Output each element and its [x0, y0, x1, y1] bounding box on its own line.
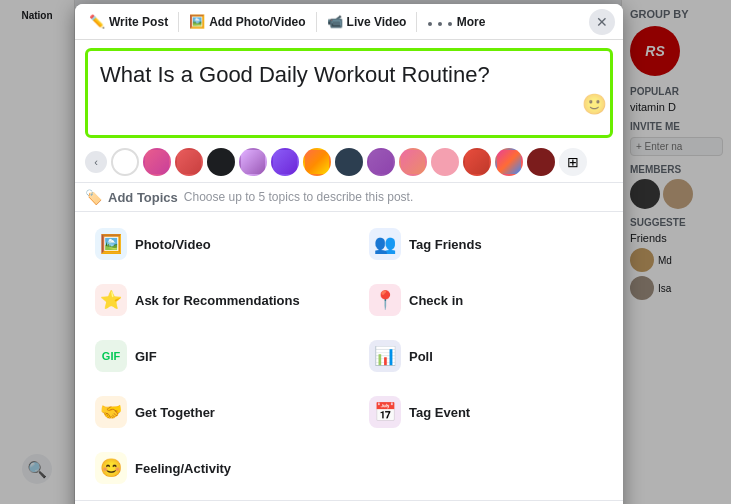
tag-event-icon: 📅: [369, 396, 401, 428]
live-video-label: Live Video: [347, 15, 407, 29]
gif-icon: GIF: [95, 340, 127, 372]
action-tag-event[interactable]: 📅 Tag Event: [355, 386, 617, 438]
feeling-label: Feeling/Activity: [135, 461, 231, 476]
tag-friends-label: Tag Friends: [409, 237, 482, 252]
video-icon: 📹: [327, 14, 343, 29]
bg-swatch-multicolor[interactable]: [495, 148, 523, 176]
live-video-button[interactable]: 📹 Live Video: [319, 10, 415, 33]
topics-hint: Choose up to 5 topics to describe this p…: [184, 190, 413, 204]
bg-swatch-gradient3[interactable]: [239, 148, 267, 176]
photo-video-label: Photo/Video: [135, 237, 211, 252]
bg-grid-button[interactable]: ⊞: [559, 148, 587, 176]
emoji-button[interactable]: 🙂: [582, 92, 607, 116]
recommend-label: Ask for Recommendations: [135, 293, 300, 308]
checkin-icon: 📍: [369, 284, 401, 316]
action-recommend[interactable]: ⭐ Ask for Recommendations: [81, 274, 343, 326]
pencil-icon: ✏️: [89, 14, 105, 29]
action-checkin[interactable]: 📍 Check in: [355, 274, 617, 326]
tag-event-label: Tag Event: [409, 405, 470, 420]
bg-swatch-gradient5[interactable]: [303, 148, 331, 176]
action-poll[interactable]: 📊 Poll: [355, 330, 617, 382]
action-photo-video[interactable]: 🖼️ Photo/Video: [81, 218, 343, 270]
get-together-icon: 🤝: [95, 396, 127, 428]
post-text-input[interactable]: What Is a Good Daily Workout Routine?: [85, 48, 613, 138]
write-post-label: Write Post: [109, 15, 168, 29]
toolbar-divider-2: [316, 12, 317, 32]
write-post-button[interactable]: ✏️ Write Post: [81, 10, 176, 33]
photo-video-icon: 🖼️: [95, 228, 127, 260]
post-text-content: What Is a Good Daily Workout Routine?: [100, 62, 490, 87]
photo-icon: 🖼️: [189, 14, 205, 29]
topics-icon: 🏷️: [85, 189, 102, 205]
toolbar-divider-3: [416, 12, 417, 32]
feeling-icon: 😊: [95, 452, 127, 484]
bg-swatch-gradient4[interactable]: [271, 148, 299, 176]
action-tag-friends[interactable]: 👥 Tag Friends: [355, 218, 617, 270]
modal-toolbar: ✏️ Write Post 🖼️ Add Photo/Video 📹 Live …: [75, 4, 623, 40]
gif-label: GIF: [135, 349, 157, 364]
toolbar-divider-1: [178, 12, 179, 32]
topics-row[interactable]: 🏷️ Add Topics Choose up to 5 topics to d…: [75, 183, 623, 212]
bg-swatch-gradient8[interactable]: [463, 148, 491, 176]
get-together-label: Get Together: [135, 405, 215, 420]
add-photo-label: Add Photo/Video: [209, 15, 305, 29]
text-area-section: What Is a Good Daily Workout Routine? 🙂: [75, 40, 623, 142]
action-feeling[interactable]: 😊 Feeling/Activity: [81, 442, 343, 494]
bg-swatch-dark-navy[interactable]: [335, 148, 363, 176]
modal-footer: 🏋️ Bodybuilding Nation Post: [75, 500, 623, 504]
poll-icon: 📊: [369, 340, 401, 372]
more-icon: [427, 14, 452, 29]
action-grid: 🖼️ Photo/Video 👥 Tag Friends ⭐ Ask for R…: [75, 212, 623, 500]
background-picker: ‹ ⊞: [75, 142, 623, 183]
recommend-icon: ⭐: [95, 284, 127, 316]
bg-swatch-gradient1[interactable]: [143, 148, 171, 176]
bg-swatch-gradient7[interactable]: [399, 148, 427, 176]
bg-swatch-black[interactable]: [207, 148, 235, 176]
bg-swatch-gradient6[interactable]: [367, 148, 395, 176]
checkin-label: Check in: [409, 293, 463, 308]
add-photo-button[interactable]: 🖼️ Add Photo/Video: [181, 10, 313, 33]
post-modal: ✏️ Write Post 🖼️ Add Photo/Video 📹 Live …: [75, 4, 623, 504]
topics-label: Add Topics: [108, 190, 178, 205]
action-gif[interactable]: GIF GIF: [81, 330, 343, 382]
bg-swatch-light-pink[interactable]: [431, 148, 459, 176]
bg-swatch-dark-red[interactable]: [527, 148, 555, 176]
bg-swatch-gradient2[interactable]: [175, 148, 203, 176]
more-button[interactable]: More: [419, 10, 493, 33]
bg-picker-prev[interactable]: ‹: [85, 151, 107, 173]
more-label: More: [457, 15, 486, 29]
close-button[interactable]: ✕: [589, 9, 615, 35]
poll-label: Poll: [409, 349, 433, 364]
tag-friends-icon: 👥: [369, 228, 401, 260]
bg-swatch-white[interactable]: [111, 148, 139, 176]
action-get-together[interactable]: 🤝 Get Together: [81, 386, 343, 438]
